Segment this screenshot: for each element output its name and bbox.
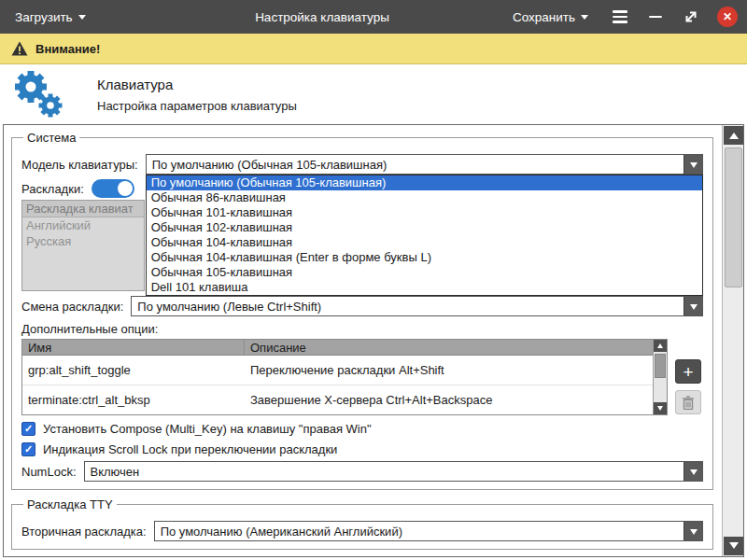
- model-option[interactable]: По умолчанию (Обычная 105-клавишная): [147, 175, 702, 190]
- model-option[interactable]: Обычная 101-клавишная: [147, 205, 702, 220]
- chevron-down-icon: [581, 15, 588, 23]
- hamburger-icon: [613, 10, 627, 13]
- column-header-name[interactable]: Имя: [22, 340, 245, 355]
- page-title: Клавиатура: [97, 77, 297, 92]
- toggle-knob: [118, 181, 133, 196]
- scrolllock-checkbox[interactable]: ✓: [21, 442, 35, 456]
- model-value: По умолчанию (Обычная 105-клавишная): [147, 155, 684, 174]
- check-icon: ✓: [24, 443, 33, 455]
- check-icon: ✓: [24, 423, 33, 435]
- switch-combobox[interactable]: По умолчанию (Левые Ctrl+Shift): [131, 296, 703, 316]
- page-subtitle: Настройка параметров клавиатуры: [97, 99, 297, 113]
- scrolllock-checkbox-label[interactable]: Индикация Scroll Lock при переключении р…: [43, 442, 337, 456]
- warning-text: Внимание!: [35, 42, 100, 56]
- tty-group: Раскладка TTY Вторичная раскладка: По ум…: [11, 497, 713, 550]
- compose-checkbox-row: ✓ Установить Compose (Multi_Key) на клав…: [21, 422, 703, 436]
- options-table-area: Имя Описание grp:alt_shift_toggleПереклю…: [21, 339, 703, 415]
- minimize-icon: [649, 16, 662, 19]
- model-dropdown-list: По умолчанию (Обычная 105-клавишная)Обыч…: [146, 175, 703, 296]
- delete-option-button[interactable]: [675, 390, 701, 414]
- switch-value: По умолчанию (Левые Ctrl+Shift): [132, 297, 684, 315]
- options-table-scrollbar[interactable]: [653, 340, 667, 414]
- secondary-layout-label: Вторичная раскладка:: [21, 525, 147, 539]
- model-option[interactable]: Обычная 86-клавишная: [147, 190, 702, 205]
- warning-icon: [11, 41, 28, 56]
- plus-icon: +: [683, 363, 693, 381]
- options-table-buttons: +: [675, 359, 703, 414]
- add-option-button[interactable]: +: [675, 359, 701, 384]
- options-table-row[interactable]: terminate:ctrl_alt_bkspЗавершение X-серв…: [22, 385, 653, 415]
- system-group: Система Модель клавиатуры: По умолчанию …: [11, 131, 713, 490]
- chevron-down-icon[interactable]: [684, 155, 702, 174]
- model-label: Модель клавиатуры:: [21, 158, 138, 172]
- keyboard-settings-window: Загрузить Настройка клавиатуры Сохранить: [0, 0, 747, 560]
- compose-checkbox[interactable]: ✓: [21, 422, 35, 436]
- scroll-up-icon[interactable]: [654, 340, 667, 352]
- model-option[interactable]: Обычная 104-клавишная (Enter в форме бук…: [147, 250, 702, 265]
- system-group-label: Система: [23, 131, 79, 145]
- options-table-header: Имя Описание: [22, 340, 667, 356]
- load-menu-label: Загрузить: [15, 10, 73, 24]
- scrollbar-thumb[interactable]: [655, 354, 666, 378]
- save-menu-label: Сохранить: [513, 10, 575, 24]
- main-scrollbar[interactable]: [722, 125, 743, 556]
- model-combobox[interactable]: По умолчанию (Обычная 105-клавишная) По …: [146, 154, 703, 175]
- scrollbar-thumb[interactable]: [725, 147, 742, 287]
- chevron-down-icon[interactable]: [684, 297, 702, 315]
- options-label: Дополнительные опции:: [21, 322, 703, 336]
- save-menu-button[interactable]: Сохранить: [507, 6, 594, 29]
- chevron-down-icon[interactable]: [684, 522, 702, 540]
- options-table: Имя Описание grp:alt_shift_toggleПереклю…: [21, 339, 668, 415]
- warning-bar: Внимание!: [0, 34, 747, 64]
- close-icon: ✕: [723, 10, 732, 23]
- options-table-body: grp:alt_shift_toggleПереключение расклад…: [22, 356, 653, 414]
- scroll-up-button[interactable]: [724, 126, 743, 145]
- switch-label: Смена раскладки:: [21, 300, 123, 314]
- layout-list-header: Раскладка клавиат: [22, 201, 144, 217]
- gears-icon: [11, 68, 63, 120]
- switch-row: Смена раскладки: По умолчанию (Левые Ctr…: [21, 296, 703, 316]
- numlock-combobox[interactable]: Включен: [84, 461, 703, 482]
- layout-list-item: Английский: [22, 217, 144, 233]
- model-option[interactable]: Обычная 105-клавишная: [147, 265, 702, 280]
- numlock-value: Включен: [85, 462, 684, 481]
- model-option[interactable]: Обычная 102-клавишная: [147, 220, 702, 235]
- model-row: Модель клавиатуры: По умолчанию (Обычная…: [21, 154, 703, 175]
- scroll-down-button[interactable]: [724, 537, 743, 555]
- chevron-down-icon: [78, 15, 86, 23]
- column-header-description[interactable]: Описание: [245, 340, 653, 355]
- tty-group-label: Раскладка TTY: [23, 497, 117, 511]
- model-option[interactable]: Обычная 104-клавишная: [147, 235, 702, 250]
- titlebar: Загрузить Настройка клавиатуры Сохранить: [0, 0, 747, 34]
- options-table-row[interactable]: grp:alt_shift_toggleПереключение расклад…: [22, 356, 653, 385]
- hamburger-menu-button[interactable]: [611, 7, 629, 26]
- settings-panel: Система Модель клавиатуры: По умолчанию …: [3, 124, 744, 557]
- scrolllock-checkbox-row: ✓ Индикация Scroll Lock при переключении…: [21, 442, 703, 456]
- page-header: Клавиатура Настройка параметров клавиату…: [0, 64, 747, 124]
- scroll-down-icon[interactable]: [654, 402, 667, 414]
- expand-icon: [684, 9, 698, 24]
- model-option[interactable]: Dell 101 клавиша: [147, 280, 702, 295]
- trash-icon: [682, 396, 695, 410]
- secondary-layout-combobox[interactable]: По умолчанию (Американский Английский): [154, 521, 703, 541]
- layout-listbox: Раскладка клавиат АнглийскийРусская: [21, 200, 145, 291]
- layouts-label: Раскладки:: [21, 182, 84, 196]
- secondary-layout-value: По умолчанию (Американский Английский): [155, 522, 684, 540]
- header-text: Клавиатура Настройка параметров клавиату…: [97, 77, 297, 113]
- maximize-button[interactable]: [682, 7, 700, 26]
- load-menu-button[interactable]: Загрузить: [9, 6, 92, 29]
- titlebar-actions: Сохранить ✕: [507, 0, 738, 34]
- close-button[interactable]: ✕: [717, 7, 738, 27]
- layouts-toggle[interactable]: [92, 179, 134, 198]
- layout-list: АнглийскийРусская: [22, 217, 144, 249]
- compose-checkbox-label[interactable]: Установить Compose (Multi_Key) на клавиш…: [43, 422, 372, 436]
- settings-form: Система Модель клавиатуры: По умолчанию …: [4, 125, 721, 556]
- numlock-label: NumLock:: [21, 465, 77, 479]
- minimize-button[interactable]: [646, 7, 665, 26]
- chevron-down-icon[interactable]: [684, 462, 702, 481]
- layout-list-item: Русская: [22, 233, 144, 249]
- window-title: Настройка клавиатуры: [140, 10, 504, 24]
- numlock-row: NumLock: Включен: [21, 461, 703, 482]
- secondary-layout-row: Вторичная раскладка: По умолчанию (Амери…: [21, 521, 703, 541]
